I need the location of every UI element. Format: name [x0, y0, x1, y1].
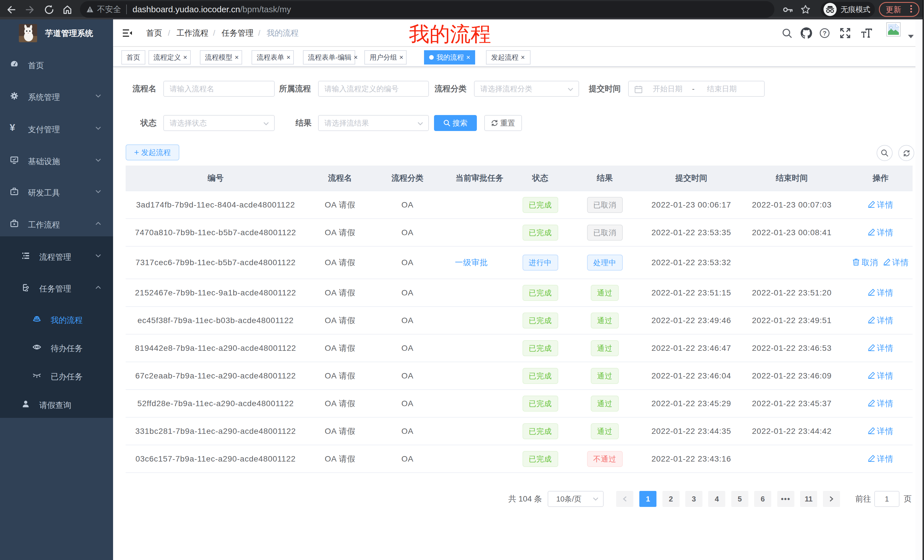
- svg-text:?: ?: [823, 30, 826, 37]
